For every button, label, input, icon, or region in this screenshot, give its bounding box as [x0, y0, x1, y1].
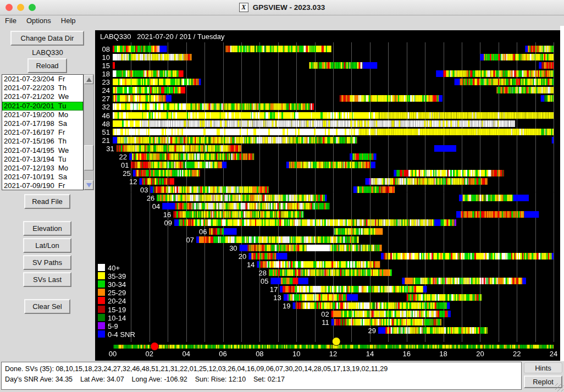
latlon-button[interactable]: Lat/Lon: [23, 238, 71, 253]
resize-grip[interactable]: [555, 383, 563, 391]
status-message-box: Done. SVs (35): 08,10,15,18,23,24,27,32,…: [1, 362, 522, 390]
date-list-scrollbar[interactable]: [84, 74, 94, 190]
menu-file[interactable]: File: [5, 16, 16, 25]
date-list-item[interactable]: 2021-07-22/203 Th: [2, 84, 83, 92]
date-list-item[interactable]: 2021-07-09/190 Fr: [2, 181, 83, 190]
date-list-item[interactable]: 2021-07-17/198 Sa: [2, 119, 83, 128]
hints-button[interactable]: Hints: [524, 362, 562, 373]
date-list-item[interactable]: 2021-07-12/193 Mo: [2, 164, 83, 173]
x11-app-icon: X: [239, 3, 248, 12]
sv-paths-button[interactable]: SV Paths: [23, 255, 71, 270]
station-name-label: LABQ330: [0, 48, 95, 57]
date-list-item[interactable]: 2021-07-14/195 We: [2, 146, 83, 155]
change-data-dir-button[interactable]: Change Data Dir: [10, 31, 84, 46]
plot-right-margin: [560, 26, 564, 361]
date-list-item[interactable]: 2021-07-13/194 Tu: [2, 155, 83, 164]
date-listbox[interactable]: 2021-07-23/204 Fr2021-07-22/203 Th2021-0…: [2, 74, 84, 190]
date-list-item[interactable]: 2021-07-16/197 Fr: [2, 128, 83, 137]
menu-bar: File Options Help: [0, 15, 564, 26]
reload-button[interactable]: Reload: [27, 58, 67, 73]
read-file-button[interactable]: Read File: [24, 194, 70, 209]
clear-sel-button[interactable]: Clear Sel: [24, 299, 70, 314]
date-list-item[interactable]: 2021-07-23/204 Fr: [2, 75, 83, 84]
scroll-down-arrow-icon[interactable]: [84, 180, 93, 190]
sidebar: Change Data Dir LABQ330 Reload 2021-07-2…: [0, 26, 95, 361]
plot-top-margin: [95, 26, 564, 30]
status-bar: Done. SVs (35): 08,10,15,18,23,24,27,32,…: [0, 361, 564, 392]
window-title: GPSVIEW - 2023.033: [253, 3, 325, 12]
snr-timeline-plot[interactable]: [95, 30, 560, 361]
elevation-button[interactable]: Elevation: [23, 221, 71, 236]
scroll-up-arrow-icon[interactable]: [84, 75, 93, 84]
status-line-averages: Day's SNR Ave: 34.35 Lat Ave: 34.07 Long…: [5, 374, 518, 385]
date-list-item[interactable]: 2021-07-19/200 Mo: [2, 111, 83, 119]
date-list-item[interactable]: 2021-07-10/191 Sa: [2, 173, 83, 181]
minimize-window-icon[interactable]: [17, 4, 24, 11]
window-controls: [5, 4, 36, 11]
menu-options[interactable]: Options: [26, 16, 51, 25]
title-bar: X GPSVIEW - 2023.033: [0, 0, 564, 15]
status-line-svs: Done. SVs (35): 08,10,15,18,23,24,27,32,…: [5, 364, 518, 374]
date-list-item[interactable]: 2021-07-20/201 Tu: [2, 102, 83, 111]
menu-help[interactable]: Help: [61, 16, 76, 25]
close-window-icon[interactable]: [5, 4, 13, 11]
svs-last-button[interactable]: SVs Last: [23, 272, 71, 287]
date-list-item[interactable]: 2021-07-15/196 Th: [2, 137, 83, 146]
scrollbar-thumb[interactable]: [84, 145, 93, 170]
date-list-item[interactable]: 2021-07-21/202 We: [2, 92, 83, 101]
zoom-window-icon[interactable]: [29, 4, 36, 11]
